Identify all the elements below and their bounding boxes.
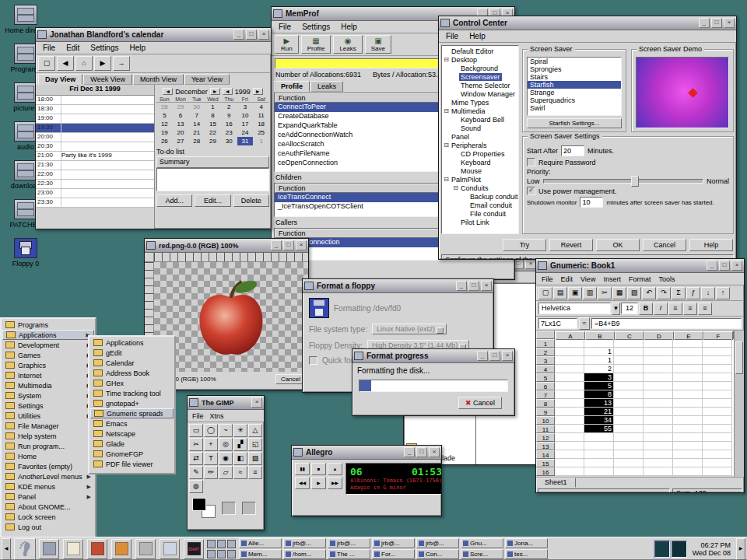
tool-button[interactable]: ✏ — [204, 466, 218, 479]
gimp-toolbox-window[interactable]: The GIMP × FileXtns ▭◯~✳△✂+◎▞◱⇄T◉◧▨✎✏▱≈≡… — [187, 395, 265, 530]
screensaver-list[interactable]: SpiralSprongiesStairsStarfishStrangeSupe… — [527, 57, 622, 116]
font-size-input[interactable]: 12 — [621, 303, 638, 314]
sheet-row[interactable]: 11 55 — [536, 425, 734, 433]
toolbar-button[interactable]: ✂ — [598, 287, 612, 299]
cancel-button[interactable]: ✖ Cancel — [458, 397, 502, 409]
task-button[interactable]: For... — [372, 549, 415, 559]
tree-item[interactable]: Backup conduit — [443, 192, 517, 201]
close-button[interactable]: × — [258, 30, 269, 40]
tool-button[interactable]: ▨ — [248, 452, 262, 465]
time-slot[interactable]: 18:30 — [36, 105, 154, 114]
screensaver-option[interactable]: Superquadrics — [528, 96, 621, 104]
close-button[interactable]: × — [481, 281, 492, 291]
vertical-scrollbar[interactable] — [734, 331, 744, 477]
screensaver-option[interactable]: Swirl — [528, 104, 621, 112]
tree-item[interactable]: Window Manager — [443, 89, 517, 98]
tool-button[interactable]: ✎ — [189, 466, 203, 479]
tool-button[interactable]: ▞ — [233, 438, 247, 451]
tree-item[interactable]: Email conduit — [443, 201, 517, 209]
day-cell[interactable]: 26 — [156, 137, 173, 145]
day-cell[interactable]: 20 — [173, 128, 189, 137]
titlebar[interactable]: The GIMP × — [188, 396, 264, 410]
quick-format-checkbox[interactable] — [309, 356, 317, 365]
pager-desktop[interactable] — [672, 541, 687, 558]
sheet-row[interactable]: 13 — [536, 442, 734, 450]
menu[interactable]: File — [189, 412, 207, 420]
cell-b[interactable] — [584, 339, 614, 348]
cell-b[interactable]: 1 — [584, 356, 614, 365]
day-cell[interactable]: 28 — [188, 137, 205, 145]
row-header[interactable]: 6 — [536, 382, 555, 390]
time-slot[interactable]: 23:00 — [36, 189, 154, 198]
sheet-row[interactable]: 12 — [536, 433, 734, 442]
tree-item[interactable]: Keyboard Bell — [443, 115, 517, 124]
tool-button[interactable]: + — [204, 438, 218, 451]
tool-button[interactable]: ◧ — [233, 452, 247, 465]
toolbar-button[interactable]: ▶ — [94, 56, 111, 71]
day-cell[interactable]: 29 — [173, 103, 189, 111]
close-button[interactable]: × — [724, 18, 735, 28]
day-cell[interactable]: 1 — [205, 103, 221, 111]
todo-button[interactable]: Delete — [233, 194, 269, 207]
tool-button[interactable]: ~ — [219, 424, 233, 437]
close-button[interactable]: × — [251, 397, 262, 408]
day-cell[interactable]: 24 — [237, 128, 254, 137]
screensaver-option[interactable]: Starfish — [528, 81, 621, 89]
menu-item[interactable]: Home ▶ — [2, 451, 94, 461]
align-button[interactable]: ≡ — [683, 303, 697, 315]
menu[interactable]: File — [440, 32, 464, 40]
day-cell[interactable]: 29 — [205, 137, 221, 145]
toolbar-button[interactable]: ▣ — [568, 287, 582, 299]
equals-button[interactable]: = — [579, 317, 590, 330]
scrollbar-thumb[interactable] — [735, 341, 743, 374]
cell-b[interactable]: 5 — [584, 382, 614, 390]
launcher-button[interactable] — [135, 539, 156, 559]
launcher-button[interactable] — [87, 539, 107, 559]
menu-item[interactable]: AnotherLevel menus ▶ — [2, 471, 94, 481]
sheet-row[interactable]: 15 — [536, 459, 734, 467]
menu[interactable]: Xtns — [207, 412, 227, 420]
desktop-icon[interactable]: audio — [14, 121, 37, 151]
task-button[interactable]: Gnu... — [461, 538, 503, 548]
day-cell[interactable]: 8 — [205, 111, 221, 120]
close-button[interactable]: × — [731, 261, 742, 271]
day-cell[interactable]: 11 — [253, 111, 269, 120]
day-cell[interactable]: 3 — [237, 103, 254, 111]
tree-expander[interactable]: ⊟ — [443, 56, 450, 63]
day-cell[interactable]: 10 — [237, 111, 254, 120]
titlebar[interactable]: red.png-0.0 (RGB) 100% _ □ × — [145, 239, 308, 253]
control-center-window[interactable]: Control Center _ □ × FileHelp Default Ed… — [438, 16, 737, 260]
cell-b[interactable] — [584, 467, 614, 476]
mini-icon[interactable] — [207, 540, 216, 548]
tool-button[interactable]: ≈ — [233, 466, 247, 479]
sheet-row[interactable]: 16 — [536, 467, 734, 476]
select-all-corner[interactable] — [536, 331, 555, 339]
task-button[interactable]: jrb@... — [416, 538, 459, 548]
task-button[interactable]: tes... — [505, 549, 548, 559]
launcher-button[interactable] — [39, 539, 59, 559]
task-button[interactable]: The ... — [328, 549, 370, 559]
todo-button[interactable]: Add... — [156, 194, 192, 207]
close-button[interactable]: × — [502, 351, 513, 361]
tool-button[interactable]: T — [204, 452, 218, 465]
launcher-button[interactable] — [160, 539, 180, 559]
day-cell[interactable]: 21 — [188, 128, 205, 137]
mini-icon[interactable] — [227, 550, 236, 558]
align-button[interactable]: ≡ — [668, 303, 682, 315]
cell-b[interactable]: 3 — [584, 373, 614, 382]
cell-b[interactable]: 55 — [584, 425, 614, 433]
time-slot[interactable]: 21:00 Party like it's 1999 — [36, 152, 154, 161]
power-management-checkbox[interactable]: ✓ — [527, 187, 535, 195]
day-cell[interactable]: 17 — [237, 120, 254, 128]
tool-button[interactable]: ✂ — [189, 438, 203, 451]
align-button[interactable]: ≡ — [698, 303, 712, 315]
tree-item[interactable]: Panel — [443, 132, 517, 141]
next-year-button[interactable]: ► — [253, 88, 263, 95]
close-button[interactable]: × — [429, 447, 440, 457]
pager-desktop[interactable] — [654, 541, 670, 558]
toolbar-button[interactable]: ↶ — [642, 287, 656, 299]
row-header[interactable]: 1 — [536, 339, 555, 348]
menu-item[interactable]: Gnumeric spreadsheet ▶ — [90, 408, 174, 418]
menu-item[interactable]: Glade ▶ — [90, 439, 174, 449]
tree-item[interactable]: ⊟ Conduits — [443, 184, 517, 192]
